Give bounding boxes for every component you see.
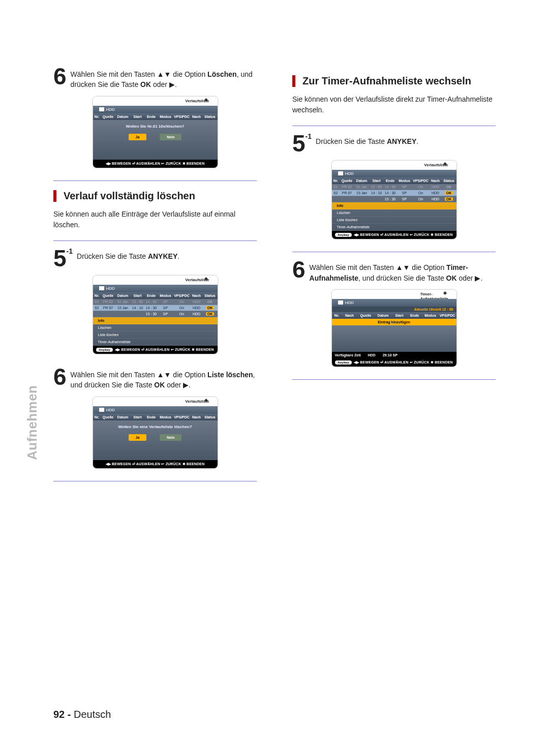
- divider: [53, 180, 257, 181]
- screenshot-history-delete-list: Verlaufsliste HDD Nr.QuelleDatumStartEnd…: [93, 397, 218, 469]
- step-6b: 6 Wählen Sie mit den Tasten ▲▼ die Optio…: [53, 367, 257, 390]
- svg-rect-4: [338, 300, 343, 305]
- confirm-dialog: Wollen Sie Nr.01 10x/löschen? Ja Nein: [102, 124, 208, 140]
- step-text: Drücken Sie die Taste ANYKEY.: [316, 133, 418, 146]
- anykey-pill: Anykey: [96, 348, 113, 352]
- no-button[interactable]: Nein: [160, 134, 181, 140]
- heading-switch-timer: Zur Timer-Aufnahmeliste wechseln: [292, 75, 496, 87]
- confirm-dialog: Wollen Sie eine Verlaufsliste löschen? J…: [102, 425, 208, 441]
- menu-item-delete[interactable]: Löschen: [93, 324, 218, 331]
- step-5-1-left: 5-1 Drücken Sie die Taste ANYKEY.: [53, 248, 257, 269]
- context-menu: Info Löschen Liste löschen Timer-Aufnahm…: [93, 317, 218, 346]
- step-text: Wählen Sie mit den Tasten ▲▼ die Option …: [71, 367, 257, 390]
- menu-item-timer-list[interactable]: Timer-Aufnahmeliste: [332, 224, 456, 231]
- divider: [292, 126, 496, 126]
- step-text: Wählen Sie mit den Tasten ▲▼ die Option …: [71, 66, 257, 90]
- right-column: Zur Timer-Aufnahmeliste wechseln Sie kön…: [292, 66, 496, 489]
- add-entry-row[interactable]: Eintrag hinzufügen: [332, 319, 456, 325]
- heading-clear-all: Verlauf vollständig löschen: [53, 190, 257, 202]
- step-6a: 6 Wählen Sie mit den Tasten ▲▼ die Optio…: [53, 66, 257, 90]
- divider: [53, 481, 257, 481]
- yes-button[interactable]: Ja: [129, 134, 147, 140]
- menu-item-delete-list[interactable]: Liste löschen: [93, 331, 218, 339]
- step-number: 5-1: [53, 248, 73, 269]
- step-number: 6: [53, 367, 67, 387]
- manual-page: Aufnehmen 6 Wählen Sie mit den Tasten ▲▼…: [0, 0, 549, 756]
- svg-rect-1: [99, 286, 104, 290]
- divider: [53, 240, 257, 241]
- step-text: Wählen Sie mit den Tasten ▲▼ die Option …: [310, 259, 496, 283]
- available-time-bar: Verfügbare Zeit HDD 29:10 SP: [332, 352, 456, 358]
- step-number: 5-1: [292, 133, 312, 154]
- menu-item-delete[interactable]: Löschen: [332, 209, 456, 217]
- no-button[interactable]: Nein: [160, 434, 181, 441]
- table-row[interactable]: 15 : 30SPOnHDDOK: [332, 196, 456, 202]
- step-5-1-right: 5-1 Drücken Sie die Taste ANYKEY.: [292, 133, 496, 154]
- table-row[interactable]: 02PR 0715 Jan14 : 1014 : 30SPOnHDDOK: [332, 190, 456, 196]
- step-number: 6: [292, 259, 306, 280]
- screenshot-history-delete-one: Verlaufsliste HDD Nr.QuelleDatumStartEnd…: [93, 96, 218, 168]
- menu-item-delete-list[interactable]: Liste löschen: [332, 217, 456, 224]
- left-column: 6 Wählen Sie mit den Tasten ▲▼ die Optio…: [53, 66, 257, 489]
- context-menu: Info Löschen Liste löschen Timer-Aufnahm…: [332, 202, 456, 231]
- step-6-right: 6 Wählen Sie mit den Tasten ▲▼ die Optio…: [292, 259, 496, 283]
- svg-rect-3: [338, 171, 343, 175]
- scr-footer: ◀▶ BEWEGEN ⏎ AUSWÄHLEN ↩ ZURÜCK ✖ BEENDE…: [93, 160, 218, 168]
- yes-button[interactable]: Ja: [129, 434, 147, 441]
- scr-title: Verlaufsliste: [185, 99, 209, 103]
- menu-item-info[interactable]: Info: [332, 202, 456, 209]
- step-text: Drücken Sie die Taste ANYKEY.: [77, 248, 179, 261]
- timer-header-row: Nr.NachQuelleDatumStartEndeModusVPS/PDC: [332, 312, 456, 319]
- section-side-label: Aufnehmen: [24, 385, 40, 461]
- step-number: 6: [53, 66, 67, 87]
- table-row[interactable]: 02PR 0715 Jan14 : 1014 : 30SPOnHDDOK: [93, 305, 218, 311]
- dialog-message: Wollen Sie Nr.01 10x/löschen?: [102, 124, 208, 129]
- svg-rect-2: [99, 408, 104, 412]
- current-time: Aktuelle Uhrzeit 12 : 00: [332, 307, 456, 312]
- lead-text: Sie können auch alle Einträge der Verlau…: [53, 209, 257, 230]
- screenshot-history-context: Verlaufsliste HDD Nr.QuelleDatumStartEnd…: [93, 275, 218, 354]
- menu-item-info[interactable]: Info: [93, 317, 218, 324]
- svg-rect-0: [99, 107, 104, 111]
- page-number: 92 - Deutsch: [53, 709, 111, 720]
- divider: [292, 252, 496, 252]
- menu-item-timer-list[interactable]: Timer-Aufnahmeliste: [93, 339, 218, 346]
- table-row[interactable]: 01PR 0201 Jan12 : 0014 : 00SPOnHDDOK: [93, 299, 218, 305]
- scr-topbar: HDD: [93, 106, 218, 113]
- table-row[interactable]: 15 : 30SPOnHDDOK: [93, 311, 218, 317]
- scr-header-row: Nr.QuelleDatumStartEndeModusVPS/PDCNachS…: [93, 113, 218, 120]
- table-row[interactable]: 01PR 0201 Jan12 : 0014 : 00SPOnHDDOK: [332, 184, 456, 190]
- lead-text: Sie können von der Verlaufsliste direkt …: [292, 94, 496, 115]
- divider: [292, 379, 496, 380]
- dialog-message: Wollen Sie eine Verlaufsliste löschen?: [102, 425, 208, 429]
- screenshot-timer-list: Timer-Aufnahmeliste HDD Aktuelle Uhrzeit…: [331, 289, 457, 367]
- screenshot-history-context-right: Verlaufsliste HDD Nr.QuelleDatumStartEnd…: [331, 160, 457, 239]
